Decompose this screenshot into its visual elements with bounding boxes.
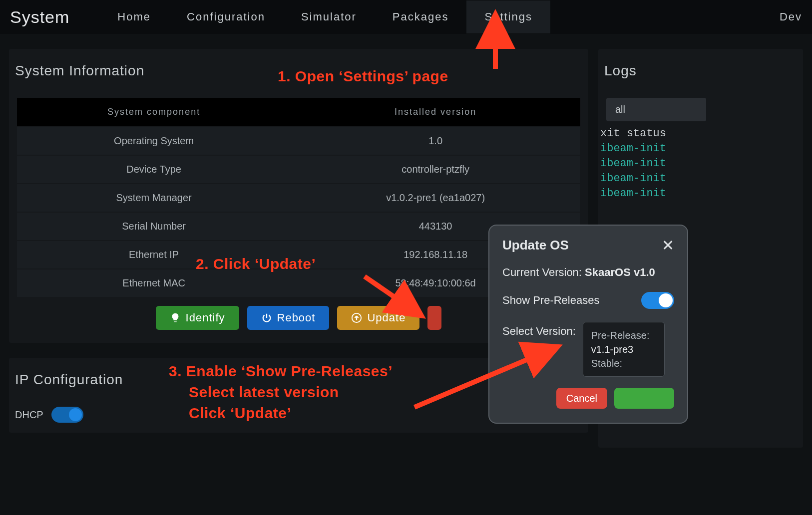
close-icon[interactable]: ✕ bbox=[662, 238, 674, 253]
annotation-step1: 1. Open ‘Settings’ page bbox=[278, 68, 448, 85]
table-row: Device Typecontroller-ptzfly bbox=[17, 155, 580, 184]
annotation-step2: 2. Click ‘Update’ bbox=[196, 256, 316, 272]
topbar: System Home Configuration Simulator Pack… bbox=[0, 0, 812, 34]
brand-title: System bbox=[10, 7, 69, 27]
show-pre-label: Show Pre-Releases bbox=[502, 294, 599, 307]
arrow-step3-icon bbox=[409, 342, 554, 414]
svg-line-4 bbox=[365, 276, 409, 307]
main-nav: Home Configuration Simulator Packages Se… bbox=[99, 0, 780, 33]
identify-label: Identify bbox=[186, 311, 225, 324]
show-pre-releases-toggle[interactable] bbox=[641, 292, 674, 309]
nav-home[interactable]: Home bbox=[99, 0, 169, 33]
annotation-step3a: 3. Enable ‘Show Pre-Releases’ bbox=[169, 361, 393, 381]
annotation-step3b: Select latest version bbox=[189, 382, 339, 402]
nav-configuration[interactable]: Configuration bbox=[169, 0, 283, 33]
annotation-step3c: Click ‘Update’ bbox=[189, 403, 291, 423]
power-icon bbox=[261, 312, 272, 323]
current-version-line: Current Version: SkaarOS v1.0 bbox=[502, 266, 674, 279]
nav-packages[interactable]: Packages bbox=[375, 0, 467, 33]
select-version-label: Select Version: bbox=[502, 322, 576, 338]
version-dropdown[interactable]: Pre-Release: v1.1-pre3 Stable: bbox=[583, 322, 665, 377]
dhcp-label: DHCP bbox=[15, 409, 43, 421]
logs-filter-select[interactable]: all bbox=[606, 98, 706, 121]
modal-cancel-button[interactable]: Cancel bbox=[556, 388, 607, 409]
col-version: Installed version bbox=[291, 98, 580, 127]
identify-button[interactable]: Identify bbox=[156, 306, 239, 330]
table-row: System Managerv1.0.2-pre1 (ea1a027) bbox=[17, 184, 580, 212]
dhcp-toggle[interactable] bbox=[51, 407, 83, 423]
danger-button[interactable] bbox=[427, 306, 441, 330]
reboot-button[interactable]: Reboot bbox=[247, 306, 330, 330]
lightbulb-icon bbox=[170, 312, 181, 323]
arrow-step2-icon bbox=[360, 271, 419, 318]
logs-title: Logs bbox=[598, 49, 803, 98]
modal-update-button[interactable] bbox=[614, 388, 674, 409]
arrow-step1-icon bbox=[480, 24, 510, 76]
table-row: Operating System1.0 bbox=[17, 127, 580, 155]
nav-simulator[interactable]: Simulator bbox=[283, 0, 375, 33]
nav-dev[interactable]: Dev bbox=[780, 10, 802, 23]
reboot-label: Reboot bbox=[277, 311, 316, 324]
col-component: System component bbox=[17, 98, 291, 127]
modal-title: Update OS bbox=[502, 238, 569, 253]
svg-line-6 bbox=[414, 352, 544, 407]
